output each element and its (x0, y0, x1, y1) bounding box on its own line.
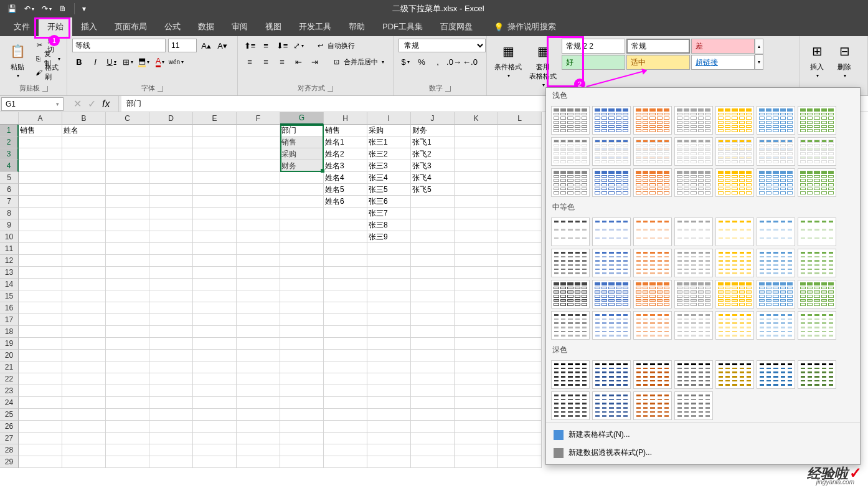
cell-E10[interactable] (193, 231, 237, 243)
cell-G21[interactable] (280, 361, 324, 373)
cell-J18[interactable] (411, 326, 455, 338)
tab-插入[interactable]: 插入 (72, 17, 106, 36)
cell-J22[interactable] (411, 373, 455, 385)
cell-J21[interactable] (411, 361, 455, 373)
cell-I3[interactable]: 张三2 (367, 148, 411, 160)
cell-J3[interactable]: 张飞2 (411, 148, 455, 160)
table-style-swatch[interactable] (798, 280, 836, 309)
cell-D17[interactable] (149, 314, 193, 326)
cell-B7[interactable] (62, 196, 106, 208)
table-style-swatch[interactable] (798, 168, 836, 197)
tab-公式[interactable]: 公式 (156, 17, 189, 36)
col-header-H[interactable]: H (324, 112, 367, 125)
cell-B27[interactable] (62, 433, 106, 444)
cell-L11[interactable] (498, 243, 542, 255)
cell-I21[interactable] (367, 361, 411, 373)
cell-H28[interactable] (324, 444, 367, 456)
cell-A15[interactable] (19, 290, 62, 302)
cell-J24[interactable] (411, 397, 455, 409)
cell-C20[interactable] (106, 350, 149, 361)
cell-K28[interactable] (455, 444, 498, 456)
cell-K29[interactable] (455, 456, 498, 468)
table-style-swatch[interactable] (757, 311, 795, 340)
cell-A12[interactable] (19, 255, 62, 267)
cell-H27[interactable] (324, 433, 367, 444)
table-style-swatch[interactable] (674, 360, 713, 389)
cell-B15[interactable] (62, 290, 106, 302)
cell-K16[interactable] (455, 302, 498, 314)
style-hyperlink[interactable]: 超链接 (691, 55, 755, 70)
col-header-I[interactable]: I (367, 112, 411, 125)
cell-D5[interactable] (149, 172, 193, 184)
cell-G20[interactable] (280, 350, 324, 361)
row-header-16[interactable]: 16 (0, 302, 19, 314)
cell-C7[interactable] (106, 196, 149, 208)
row-header-21[interactable]: 21 (0, 361, 19, 373)
cell-L21[interactable] (498, 361, 542, 373)
cell-E13[interactable] (193, 267, 237, 279)
col-header-F[interactable]: F (237, 112, 280, 125)
cell-K24[interactable] (455, 397, 498, 409)
tab-视图[interactable]: 视图 (257, 17, 290, 36)
align-bottom-icon[interactable]: ⬇≡ (275, 39, 289, 52)
cell-H24[interactable] (324, 397, 367, 409)
cell-L26[interactable] (498, 421, 542, 433)
cell-B14[interactable] (62, 279, 106, 290)
table-style-swatch[interactable] (592, 311, 631, 340)
cell-F9[interactable] (237, 219, 280, 231)
cell-L8[interactable] (498, 208, 542, 219)
cell-L28[interactable] (498, 444, 542, 456)
comma-format-icon[interactable]: , (431, 55, 445, 69)
cell-G26[interactable] (280, 421, 324, 433)
row-header-11[interactable]: 11 (0, 243, 19, 255)
table-style-swatch[interactable] (633, 168, 672, 197)
cell-H18[interactable] (324, 326, 367, 338)
row-header-18[interactable]: 18 (0, 326, 19, 338)
cell-H21[interactable] (324, 361, 367, 373)
cell-D25[interactable] (149, 409, 193, 421)
cell-D13[interactable] (149, 267, 193, 279)
cell-J19[interactable] (411, 338, 455, 350)
table-style-swatch[interactable] (551, 249, 590, 277)
cell-J26[interactable] (411, 421, 455, 433)
cell-A7[interactable] (19, 196, 62, 208)
cell-J17[interactable] (411, 314, 455, 326)
row-header-7[interactable]: 7 (0, 196, 19, 208)
cell-D7[interactable] (149, 196, 193, 208)
cell-F2[interactable] (237, 136, 280, 148)
style-bad[interactable]: 差 (691, 39, 755, 54)
cell-A5[interactable] (19, 172, 62, 184)
cell-I11[interactable] (367, 243, 411, 255)
cell-G4[interactable]: 财务 (280, 160, 324, 172)
table-style-swatch[interactable] (592, 168, 631, 197)
cell-F17[interactable] (237, 314, 280, 326)
cell-G29[interactable] (280, 456, 324, 468)
cell-E24[interactable] (193, 397, 237, 409)
cell-K2[interactable] (455, 136, 498, 148)
table-style-swatch[interactable] (633, 106, 672, 135)
row-header-17[interactable]: 17 (0, 314, 19, 326)
row-header-24[interactable]: 24 (0, 397, 19, 409)
cell-I2[interactable]: 张三1 (367, 136, 411, 148)
cell-G19[interactable] (280, 338, 324, 350)
cell-B18[interactable] (62, 326, 106, 338)
cell-H6[interactable]: 姓名5 (324, 184, 367, 196)
row-header-25[interactable]: 25 (0, 409, 19, 421)
cell-J13[interactable] (411, 267, 455, 279)
align-middle-icon[interactable]: ≡ (259, 39, 273, 52)
cell-B22[interactable] (62, 373, 106, 385)
cell-K27[interactable] (455, 433, 498, 444)
col-header-C[interactable]: C (106, 112, 149, 125)
cell-E18[interactable] (193, 326, 237, 338)
row-header-9[interactable]: 9 (0, 219, 19, 231)
cell-H26[interactable] (324, 421, 367, 433)
cell-E4[interactable] (193, 160, 237, 172)
cell-F7[interactable] (237, 196, 280, 208)
cell-C16[interactable] (106, 302, 149, 314)
table-style-swatch[interactable] (715, 106, 754, 135)
cell-K15[interactable] (455, 290, 498, 302)
table-style-swatch[interactable] (633, 137, 672, 166)
cell-J1[interactable]: 财务 (411, 125, 455, 136)
cell-F22[interactable] (237, 373, 280, 385)
table-style-swatch[interactable] (674, 249, 713, 277)
